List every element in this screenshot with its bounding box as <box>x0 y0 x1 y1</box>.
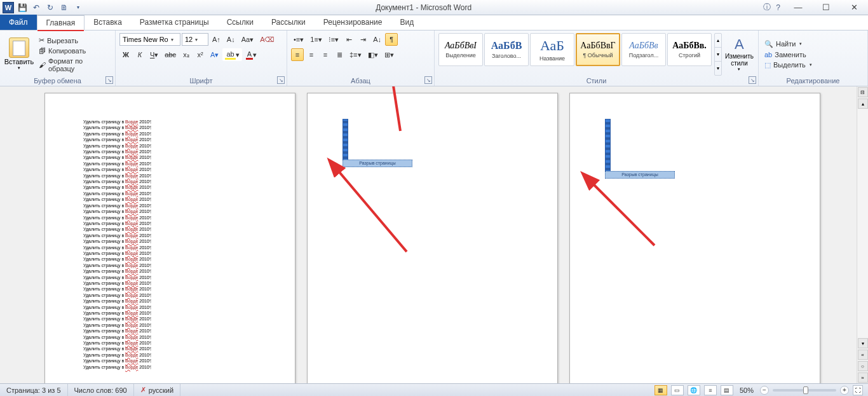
print-layout-view[interactable]: ▦ <box>654 385 667 395</box>
line-spacing-button[interactable]: ‡≡▾ <box>347 48 364 61</box>
styles-launcher[interactable]: ↘ <box>749 76 756 84</box>
font-color-button[interactable]: A▾ <box>243 48 259 61</box>
style-item[interactable]: АаБбВвІВыделение <box>438 33 483 66</box>
help-icon[interactable]: ? <box>776 3 780 12</box>
document-line[interactable]: Удалить страницу в Ворде 2010¶ <box>83 346 263 352</box>
document-line[interactable]: Удалить страницу в Ворде 2010¶ <box>83 208 263 214</box>
gallery-up-button[interactable]: ▴ <box>715 34 721 48</box>
increase-indent-button[interactable]: ⇥ <box>356 33 369 46</box>
document-line[interactable]: Удалить страницу в Ворде 2010¶ <box>83 137 263 142</box>
document-line[interactable]: Удалить страницу в Ворде 2010¶ <box>83 280 263 286</box>
change-styles-button[interactable]: A Изменить стили ▾ <box>724 33 754 75</box>
decrease-indent-button[interactable]: ⇤ <box>342 33 355 46</box>
undo-icon[interactable]: ↶ <box>31 2 42 13</box>
cut-button[interactable]: ✂Вырезать <box>37 36 111 45</box>
subscript-button[interactable]: x₂ <box>180 48 193 61</box>
word-count[interactable]: Число слов: 690 <box>68 384 134 396</box>
document-line[interactable]: Удалить страницу в Ворде 2010¶ <box>83 184 263 190</box>
document-line[interactable]: Удалить страницу в Ворде 2010¶ <box>83 179 263 184</box>
outline-view[interactable]: ≡ <box>704 385 717 395</box>
document-line[interactable]: Удалить страницу в Ворде 2010¶ <box>83 167 263 172</box>
document-line[interactable]: Удалить страницу в Ворде 2010¶ <box>83 233 263 238</box>
clipboard-launcher[interactable]: ↘ <box>105 76 113 84</box>
document-line[interactable]: Удалить страницу в Ворде 2010¶ <box>83 316 263 322</box>
document-line[interactable]: Удалить страницу в Ворде 2010¶ <box>83 334 263 340</box>
redo-icon[interactable]: ↻ <box>44 2 56 13</box>
style-item[interactable]: АаБбВв.Строгий <box>667 33 712 66</box>
style-item[interactable]: АаБбВЗаголово... <box>484 33 529 66</box>
shrink-font-button[interactable]: A↓ <box>224 33 238 46</box>
paragraph-launcher[interactable]: ↘ <box>424 76 432 84</box>
zoom-out-button[interactable]: − <box>760 386 769 395</box>
font-family-combo[interactable]: Times New Ro▾ <box>119 33 180 46</box>
fullscreen-view[interactable]: ▭ <box>671 385 684 395</box>
document-line[interactable]: Удалить страницу в Ворде 2010¶ <box>83 191 263 196</box>
zoom-level[interactable]: 50% <box>740 386 754 394</box>
copy-button[interactable]: 🗐Копировать <box>37 46 111 55</box>
close-button[interactable]: ✕ <box>840 0 868 15</box>
superscript-button[interactable]: x² <box>194 48 207 61</box>
numbering-button[interactable]: 1≡▾ <box>308 33 325 46</box>
document-line[interactable]: Удалить страницу в Ворде 2010¶ <box>83 173 263 179</box>
font-launcher[interactable]: ↘ <box>277 76 285 84</box>
qat-doc-icon[interactable]: 🗎 <box>58 2 70 13</box>
change-case-button[interactable]: Aa▾ <box>239 33 256 46</box>
borders-button[interactable]: ⊞▾ <box>382 48 397 61</box>
document-line[interactable]: Удалить страницу в Ворде 2010¶ <box>83 364 263 370</box>
browse-object-button[interactable]: ○ <box>858 361 868 371</box>
document-line[interactable]: Удалить страницу в Ворде 2010¶ <box>83 340 263 346</box>
document-line[interactable]: Удалить страницу в Ворде 2010¶ <box>83 322 263 328</box>
document-line[interactable]: Удалить страницу в Ворде 2010¶ <box>83 143 263 149</box>
page-1[interactable]: Удалить страницу в Ворде 2010¶Удалить ст… <box>44 93 295 383</box>
document-line[interactable]: Удалить страницу в Ворде 2010¶ <box>83 149 263 154</box>
align-right-button[interactable]: ≡ <box>319 48 332 61</box>
document-line[interactable]: Удалить страницу в Ворде 2010¶ <box>83 310 263 316</box>
text-effects-button[interactable]: A▾ <box>208 48 221 61</box>
font-size-combo[interactable]: 12▾ <box>182 33 208 46</box>
bullets-button[interactable]: •≡▾ <box>291 33 306 46</box>
document-line[interactable]: Удалить страницу в Ворде 2010¶ <box>83 304 263 310</box>
document-line[interactable]: Удалить страницу в Ворде 2010¶ <box>83 268 263 274</box>
document-line[interactable]: Удалить страницу в Ворде 2010¶ <box>83 298 263 304</box>
select-button[interactable]: ⬚Выделить▾ <box>763 60 864 70</box>
find-button[interactable]: 🔍Найти▾ <box>763 39 864 49</box>
document-line[interactable]: Удалить страницу в Ворде 2010¶ <box>83 358 263 364</box>
document-area[interactable]: Удалить страницу в Ворде 2010¶Удалить ст… <box>0 86 857 383</box>
align-left-button[interactable]: ≡ <box>291 48 304 61</box>
next-page-button[interactable]: » <box>858 372 868 383</box>
document-line[interactable]: Удалить страницу в Ворде 2010¶ <box>83 328 263 334</box>
gallery-down-button[interactable]: ▾ <box>715 48 721 62</box>
zoom-thumb[interactable] <box>803 386 808 394</box>
style-item[interactable]: АаБНазвание <box>530 33 574 66</box>
justify-button[interactable]: ≣ <box>333 48 346 61</box>
vertical-scrollbar[interactable]: ⊟ ▴ ▾ « ○ » <box>857 86 868 383</box>
page-status[interactable]: Страница: 3 из 5 <box>0 384 68 396</box>
maximize-button[interactable]: ☐ <box>812 0 840 15</box>
document-line[interactable]: Удалить страницу в Ворде 2010¶ <box>83 154 263 160</box>
tab-home[interactable]: Главная <box>37 15 85 31</box>
zoom-in-button[interactable]: + <box>840 386 849 395</box>
document-line[interactable]: Удалить страницу в Ворде 2010¶ <box>83 196 263 202</box>
document-line[interactable]: Удалить страницу в Ворде 2010¶ <box>83 161 263 167</box>
strike-button[interactable]: abc <box>162 48 179 61</box>
gallery-expand-button[interactable]: ▾ <box>715 62 721 75</box>
document-line[interactable]: Удалить страницу в Ворде 2010¶ <box>83 238 263 244</box>
save-icon[interactable]: 💾 <box>17 2 28 13</box>
multilevel-button[interactable]: ⁝≡▾ <box>326 33 341 46</box>
page-2[interactable]: Разрыв страницы <box>307 93 558 383</box>
tab-mailings[interactable]: Рассылки <box>262 15 315 30</box>
format-painter-button[interactable]: 🖌Формат по образцу <box>37 57 111 73</box>
scroll-up-button[interactable]: ▴ <box>858 99 868 109</box>
file-tab[interactable]: Файл <box>0 15 37 30</box>
underline-button[interactable]: Ч▾ <box>147 48 161 61</box>
document-line[interactable]: Удалить страницу в Ворде 2010¶ <box>83 203 263 208</box>
document-line[interactable]: Удалить страницу в Ворде 2010¶ <box>83 245 263 250</box>
sort-button[interactable]: A↓ <box>370 33 384 46</box>
grow-font-button[interactable]: A↑ <box>210 33 223 46</box>
document-line[interactable]: Удалить страницу в Ворде 2010¶ <box>83 131 263 137</box>
shading-button[interactable]: ◧▾ <box>365 48 381 61</box>
tab-review[interactable]: Рецензирование <box>315 15 391 30</box>
document-line[interactable]: Удалить страницу в Ворде 2010¶ <box>83 215 263 221</box>
document-line[interactable]: Удалить страницу в Ворде 2010¶ <box>83 263 263 268</box>
document-line[interactable]: Удалить страницу в Ворде 2010¶ <box>83 275 263 280</box>
